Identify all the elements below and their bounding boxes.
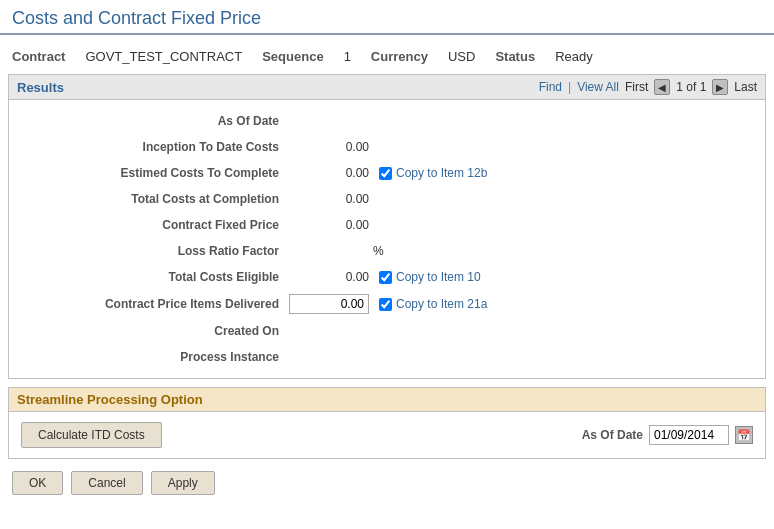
form-body: As Of Date Inception To Date Costs 0.00 … (9, 100, 765, 378)
total-completion-row: Total Costs at Completion 0.00 (9, 186, 765, 212)
footer-buttons: OK Cancel Apply (0, 463, 774, 503)
total-completion-label: Total Costs at Completion (9, 192, 289, 206)
contract-price-input[interactable] (289, 294, 369, 314)
as-of-date-label: As Of Date (9, 114, 289, 128)
estimated-label: Estimed Costs To Complete (9, 166, 289, 180)
page-info: 1 of 1 (676, 80, 706, 94)
results-title: Results (17, 80, 64, 95)
cancel-button[interactable]: Cancel (71, 471, 142, 495)
total-eligible-row: Total Costs Eligible 0.00 Copy to Item 1… (9, 264, 765, 290)
view-all-link[interactable]: View All (577, 80, 619, 94)
estimated-extra: Copy to Item 12b (379, 166, 487, 180)
find-link[interactable]: Find (539, 80, 562, 94)
results-header: Results Find | View All First ◀ 1 of 1 ▶… (9, 75, 765, 100)
total-completion-value: 0.00 (289, 192, 369, 206)
apply-button[interactable]: Apply (151, 471, 215, 495)
total-eligible-copy-label: Copy to Item 10 (396, 270, 481, 284)
status-value: Ready (555, 49, 593, 64)
streamline-title: Streamline Processing Option (17, 392, 203, 407)
inception-label: Inception To Date Costs (9, 140, 289, 154)
first-label: First (625, 80, 648, 94)
sequence-value: 1 (344, 49, 351, 64)
contract-price-row: Contract Price Items Delivered Copy to I… (9, 290, 765, 318)
page-container: Costs and Contract Fixed Price Contract … (0, 0, 774, 529)
results-section: Results Find | View All First ◀ 1 of 1 ▶… (8, 74, 766, 379)
prev-page-button[interactable]: ◀ (654, 79, 670, 95)
page-header: Costs and Contract Fixed Price (0, 0, 774, 35)
contract-price-extra: Copy to Item 21a (379, 297, 487, 311)
estimated-value: 0.00 (289, 166, 369, 180)
contract-price-label: Contract Price Items Delivered (9, 297, 289, 311)
currency-value: USD (448, 49, 475, 64)
nav-divider: | (568, 80, 571, 94)
status-label: Status (495, 49, 535, 64)
currency-label: Currency (371, 49, 428, 64)
contract-value: GOVT_TEST_CONTRACT (85, 49, 242, 64)
percent-symbol: % (373, 244, 384, 258)
estimated-copy-label: Copy to Item 12b (396, 166, 487, 180)
created-on-row: Created On (9, 318, 765, 344)
streamline-date-label: As Of Date (582, 428, 643, 442)
contract-label: Contract (12, 49, 65, 64)
estimated-copy-checkbox[interactable] (379, 167, 392, 180)
streamline-date-input[interactable] (649, 425, 729, 445)
contract-price-copy-label: Copy to Item 21a (396, 297, 487, 311)
total-eligible-value: 0.00 (289, 270, 369, 284)
loss-ratio-label: Loss Ratio Factor (9, 244, 289, 258)
streamline-section: Streamline Processing Option Calculate I… (8, 387, 766, 459)
results-nav: Find | View All First ◀ 1 of 1 ▶ Last (539, 79, 757, 95)
created-on-label: Created On (9, 324, 289, 338)
contract-fixed-row: Contract Fixed Price 0.00 (9, 212, 765, 238)
ok-button[interactable]: OK (12, 471, 63, 495)
streamline-body: Calculate ITD Costs As Of Date 📅 (9, 412, 765, 458)
page-title: Costs and Contract Fixed Price (12, 8, 762, 29)
streamline-date-section: As Of Date 📅 (582, 425, 753, 445)
process-instance-label: Process Instance (9, 350, 289, 364)
calendar-icon[interactable]: 📅 (735, 426, 753, 444)
contract-info-bar: Contract GOVT_TEST_CONTRACT Sequence 1 C… (0, 43, 774, 70)
inception-row: Inception To Date Costs 0.00 (9, 134, 765, 160)
total-eligible-extra: Copy to Item 10 (379, 270, 481, 284)
total-eligible-copy-checkbox[interactable] (379, 271, 392, 284)
total-eligible-label: Total Costs Eligible (9, 270, 289, 284)
contract-price-copy-checkbox[interactable] (379, 298, 392, 311)
sequence-label: Sequence (262, 49, 323, 64)
calculate-itd-button[interactable]: Calculate ITD Costs (21, 422, 162, 448)
process-instance-row: Process Instance (9, 344, 765, 370)
contract-fixed-value: 0.00 (289, 218, 369, 232)
last-label: Last (734, 80, 757, 94)
as-of-date-row: As Of Date (9, 108, 765, 134)
estimated-row: Estimed Costs To Complete 0.00 Copy to I… (9, 160, 765, 186)
inception-value: 0.00 (289, 140, 369, 154)
contract-fixed-label: Contract Fixed Price (9, 218, 289, 232)
next-page-button[interactable]: ▶ (712, 79, 728, 95)
streamline-header: Streamline Processing Option (9, 388, 765, 412)
loss-ratio-row: Loss Ratio Factor % (9, 238, 765, 264)
